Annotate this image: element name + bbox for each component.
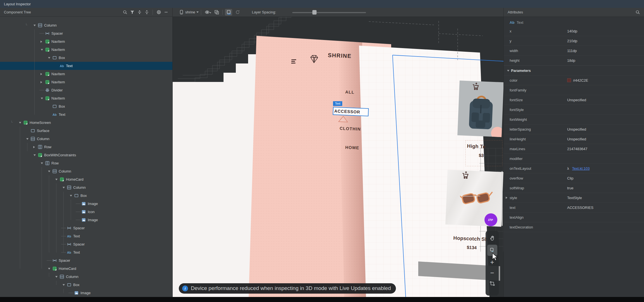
- filter-icon[interactable]: [129, 9, 136, 16]
- tree-row[interactable]: AbText: [0, 248, 172, 256]
- chevron-down-icon[interactable]: [17, 119, 23, 127]
- chevron-down-icon[interactable]: [31, 151, 38, 159]
- tree-row[interactable]: NavItem: [0, 78, 172, 86]
- overlay-icon[interactable]: [213, 9, 220, 16]
- tree-row[interactable]: Divider: [0, 86, 172, 94]
- tree-row[interactable]: Image: [0, 289, 172, 297]
- attribute-row[interactable]: onTextLayoutλText.kt:103: [504, 164, 644, 173]
- source-link[interactable]: Text.kt:103: [572, 166, 590, 171]
- slider-thumb[interactable]: [312, 10, 317, 15]
- chevron-down-icon[interactable]: [39, 159, 45, 167]
- tree-row[interactable]: Box: [0, 102, 172, 110]
- mode-3d-icon[interactable]: [225, 9, 232, 16]
- layer-spacing-slider[interactable]: [292, 10, 366, 15]
- tree-row[interactable]: Column: [0, 135, 172, 143]
- tree-row[interactable]: HomeCard: [0, 265, 172, 273]
- chevron-down-icon[interactable]: [46, 265, 53, 273]
- tree-row[interactable]: NavItem: [0, 37, 172, 46]
- gear-icon[interactable]: [155, 9, 162, 16]
- tree-row[interactable]: Column: [0, 183, 172, 192]
- hide-panel-icon[interactable]: [162, 9, 170, 16]
- slider-track[interactable]: [292, 12, 366, 13]
- chevron-right-icon[interactable]: [39, 70, 45, 78]
- tree-row[interactable]: Row: [0, 159, 172, 167]
- tree-row[interactable]: Column: [0, 273, 172, 281]
- attribute-row[interactable]: textAlign: [504, 213, 644, 222]
- attribute-row[interactable]: textDecoration: [504, 222, 644, 232]
- component-tree[interactable]: └ColumnSpacerNavItemNavItemBoxAbTextNavI…: [0, 17, 172, 297]
- attribute-row[interactable]: styleTextStyle: [504, 193, 644, 203]
- attribute-row[interactable]: textACCESSORIES: [504, 203, 644, 213]
- tree-row[interactable]: HomeCard: [0, 175, 172, 183]
- tree-row[interactable]: Spacer: [0, 224, 172, 232]
- tree-row[interactable]: Box: [0, 192, 172, 200]
- attribute-row[interactable]: width111dp: [504, 46, 644, 56]
- attribute-row[interactable]: height18dp: [504, 56, 644, 65]
- attribute-row[interactable]: fontStyle: [504, 105, 644, 115]
- tree-row[interactable]: Surface: [0, 127, 172, 135]
- tree-row[interactable]: └Column: [0, 21, 172, 29]
- tree-row[interactable]: NavItem: [0, 46, 172, 54]
- tree-row[interactable]: Icon: [0, 208, 172, 216]
- tree-row[interactable]: Box: [0, 281, 172, 289]
- expand-all-icon[interactable]: [136, 9, 143, 16]
- chevron-down-icon[interactable]: [68, 192, 74, 200]
- spacer-icon: [45, 31, 50, 36]
- chevron-down-icon[interactable]: [46, 167, 53, 175]
- attribute-row[interactable]: softWraptrue: [504, 183, 644, 193]
- tree-row[interactable]: Image: [0, 216, 172, 224]
- tree-row[interactable]: BoxWithConstraints: [0, 151, 172, 159]
- device-render-canvas[interactable]: SHRINE ALL Text ACCESSOR CLOTHIN HOME: [173, 17, 503, 297]
- tree-row[interactable]: Row: [0, 143, 172, 151]
- attribute-row[interactable]: x140dp: [504, 26, 644, 36]
- chevron-down-icon[interactable]: [39, 94, 45, 102]
- canvas-scrollbar[interactable]: [502, 171, 503, 226]
- pan-mode-button[interactable]: [487, 233, 497, 244]
- chevron-down-icon[interactable]: [46, 54, 53, 62]
- attribute-row[interactable]: fontFamily: [504, 85, 644, 95]
- tree-row[interactable]: Column: [0, 167, 172, 175]
- search-icon[interactable]: [121, 9, 129, 16]
- tree-row[interactable]: Spacer: [0, 240, 172, 248]
- attribute-row[interactable]: y210dp: [504, 36, 644, 46]
- chevron-right-icon[interactable]: [506, 197, 508, 199]
- chevron-down-icon[interactable]: [60, 281, 67, 289]
- attribute-row[interactable]: maxLines2147483647: [504, 144, 644, 154]
- zoom-out-button[interactable]: −: [487, 268, 497, 278]
- collapse-all-icon[interactable]: [143, 9, 150, 16]
- chevron-right-icon[interactable]: [39, 78, 45, 86]
- tree-row[interactable]: AbText: [0, 232, 172, 240]
- text-icon: Ab: [53, 113, 57, 116]
- chevron-down-icon[interactable]: [24, 135, 31, 143]
- tree-row[interactable]: └HomeScreen: [0, 119, 172, 127]
- attribute-row[interactable]: fontWeight: [504, 115, 644, 124]
- attribute-row[interactable]: modifier: [504, 154, 644, 164]
- process-selector[interactable]: shrine: [179, 9, 199, 16]
- search-icon[interactable]: [634, 9, 641, 16]
- attribute-row[interactable]: color#442C2E: [504, 76, 644, 85]
- tree-row[interactable]: Spacer: [0, 256, 172, 265]
- tree-guide-line: [63, 192, 64, 253]
- attribute-row[interactable]: fontSizeUnspecified: [504, 95, 644, 105]
- attribute-row[interactable]: lineHeightUnspecified: [504, 134, 644, 144]
- chevron-down-icon[interactable]: [53, 273, 60, 281]
- chevron-down-icon[interactable]: [60, 183, 67, 192]
- chevron-right-icon[interactable]: [31, 143, 38, 151]
- refresh-icon[interactable]: [234, 9, 241, 16]
- tree-row[interactable]: NavItem: [0, 70, 172, 78]
- attribute-row[interactable]: letterSpacingUnspecified: [504, 124, 644, 134]
- tree-row[interactable]: Image: [0, 200, 172, 208]
- parameters-section-header[interactable]: Parameters: [504, 65, 644, 76]
- chevron-down-icon[interactable]: [31, 21, 38, 29]
- chevron-right-icon[interactable]: [39, 37, 45, 46]
- attribute-row[interactable]: overflowClip: [504, 173, 644, 183]
- reset-zoom-button[interactable]: [487, 278, 497, 289]
- tree-row[interactable]: AbText: [0, 110, 172, 119]
- selected-component-row[interactable]: Ab Text: [504, 17, 644, 26]
- chevron-down-icon[interactable]: [39, 46, 45, 54]
- chevron-down-icon[interactable]: [53, 175, 60, 183]
- tree-row[interactable]: Spacer: [0, 29, 172, 37]
- tree-row[interactable]: AbText: [0, 62, 172, 70]
- tree-row[interactable]: Box: [0, 54, 172, 62]
- tree-row[interactable]: NavItem: [0, 94, 172, 102]
